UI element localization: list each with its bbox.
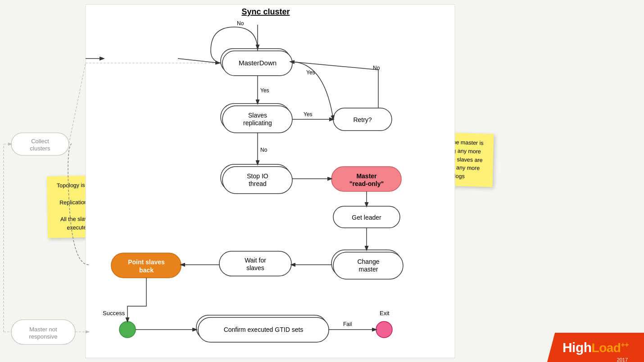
exit-label: Exit xyxy=(380,310,390,317)
no-label-top: No xyxy=(237,20,244,27)
logo-text: HighLoad++ xyxy=(562,340,629,355)
diagram-title: Sync cluster xyxy=(241,7,290,16)
change-master-label1: Change xyxy=(357,258,379,265)
logo-load: Load xyxy=(592,341,621,355)
yes-label-slaves: Yes xyxy=(304,111,313,118)
no-label-slaves: No xyxy=(260,147,268,153)
wait-for-slaves-label1: Wait for xyxy=(245,257,266,264)
master-readonly-label2: "read-only" xyxy=(349,180,384,187)
yes-label-masterdown: Yes xyxy=(260,87,269,94)
collect-clusters-label1: Collect xyxy=(31,138,49,145)
success-label: Success xyxy=(103,310,125,317)
get-leader-label: Get leader xyxy=(352,214,381,221)
no-label-retry: No xyxy=(373,65,380,71)
masterdown-label: MasterDown xyxy=(239,59,277,67)
master-not-resp-label1: Master not xyxy=(29,326,57,333)
flowchart-diagram: Sync cluster MasterDown Slaves replicati… xyxy=(0,0,644,362)
collect-clusters-label2: clusters xyxy=(30,145,50,152)
wait-for-slaves-label2: slaves xyxy=(246,264,264,272)
svg-line-30 xyxy=(69,63,86,144)
master-readonly-label1: Master xyxy=(356,172,377,180)
exit-circle xyxy=(376,321,392,338)
slaves-replicating-label2: replicating xyxy=(243,119,272,127)
slaves-replicating-label: Slaves xyxy=(248,112,267,119)
confirm-gtid-label: Confirm executed GTID sets xyxy=(224,326,304,333)
master-not-resp-label2: responsive xyxy=(29,333,58,340)
point-slaves-label2: back xyxy=(139,267,154,274)
point-slaves-label1: Point slaves xyxy=(128,258,165,266)
success-circle xyxy=(119,321,136,338)
change-master-label2: master xyxy=(359,266,378,273)
yes-label-masterdown-retry: Yes xyxy=(306,69,315,76)
retry-label: Retry? xyxy=(353,116,372,123)
stop-io-label2: thread xyxy=(249,180,267,187)
stop-io-label1: Stop IO xyxy=(247,172,268,180)
logo-year: 2017 xyxy=(617,357,628,362)
highload-logo: HighLoad++ 2017 xyxy=(547,333,644,362)
logo-superscript: ++ xyxy=(621,341,629,348)
fail-label: Fail xyxy=(343,321,352,327)
